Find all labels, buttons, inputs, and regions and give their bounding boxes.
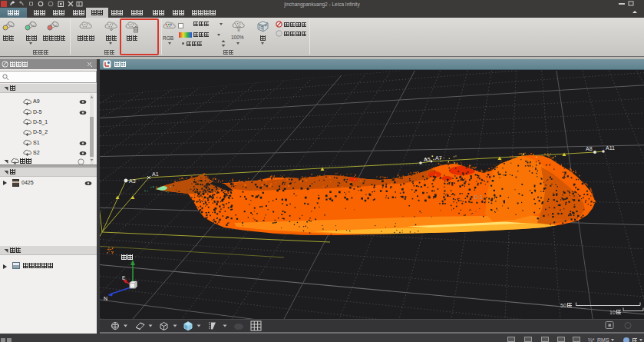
svg-text:10: 10: [609, 310, 616, 315]
svg-text:50: 50: [560, 303, 566, 308]
svg-text:A8: A8: [586, 146, 593, 151]
svg-text:D-3: D-3: [474, 194, 483, 200]
svg-text:N: N: [104, 296, 107, 301]
svg-text:A1: A1: [152, 171, 159, 177]
svg-text:A11: A11: [606, 145, 615, 151]
svg-text:E: E: [122, 275, 126, 281]
svg-text:A3: A3: [129, 178, 136, 184]
svg-text:A7: A7: [435, 155, 442, 161]
svg-text:A5: A5: [424, 157, 431, 162]
